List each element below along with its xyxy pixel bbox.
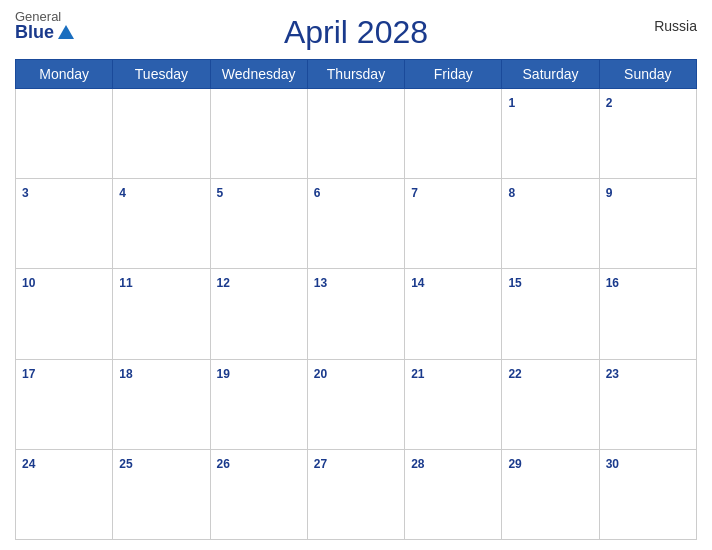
calendar-day-cell: 23 — [599, 359, 696, 449]
calendar-day-cell: 14 — [405, 269, 502, 359]
calendar-day-cell: 9 — [599, 179, 696, 269]
calendar-day-cell: 6 — [307, 179, 404, 269]
day-number: 13 — [314, 276, 327, 290]
calendar-day-cell: 10 — [16, 269, 113, 359]
day-number: 21 — [411, 367, 424, 381]
logo-triangle-icon — [58, 25, 74, 39]
calendar-day-cell — [16, 89, 113, 179]
day-number: 15 — [508, 276, 521, 290]
day-number: 5 — [217, 186, 224, 200]
calendar-day-cell: 27 — [307, 449, 404, 539]
day-number: 25 — [119, 457, 132, 471]
calendar-day-cell — [307, 89, 404, 179]
day-number: 28 — [411, 457, 424, 471]
calendar-day-cell: 15 — [502, 269, 599, 359]
day-number: 27 — [314, 457, 327, 471]
day-number: 4 — [119, 186, 126, 200]
day-number: 16 — [606, 276, 619, 290]
calendar-day-cell: 1 — [502, 89, 599, 179]
day-number: 26 — [217, 457, 230, 471]
logo-blue: Blue — [15, 23, 74, 41]
day-number: 22 — [508, 367, 521, 381]
calendar-header: General Blue April 2028 Russia — [15, 10, 697, 51]
calendar-week-row: 24252627282930 — [16, 449, 697, 539]
weekday-header: Tuesday — [113, 60, 210, 89]
day-number: 10 — [22, 276, 35, 290]
calendar-day-cell: 8 — [502, 179, 599, 269]
calendar-day-cell: 20 — [307, 359, 404, 449]
page-title: April 2028 — [284, 14, 428, 51]
calendar-day-cell: 7 — [405, 179, 502, 269]
calendar-day-cell: 17 — [16, 359, 113, 449]
day-number: 7 — [411, 186, 418, 200]
calendar-day-cell: 18 — [113, 359, 210, 449]
day-number: 14 — [411, 276, 424, 290]
calendar-day-cell: 5 — [210, 179, 307, 269]
day-number: 2 — [606, 96, 613, 110]
weekday-header: Wednesday — [210, 60, 307, 89]
calendar-table: MondayTuesdayWednesdayThursdayFridaySatu… — [15, 59, 697, 540]
weekday-header: Friday — [405, 60, 502, 89]
calendar-week-row: 12 — [16, 89, 697, 179]
calendar-day-cell: 29 — [502, 449, 599, 539]
calendar-day-cell: 26 — [210, 449, 307, 539]
weekday-header-row: MondayTuesdayWednesdayThursdayFridaySatu… — [16, 60, 697, 89]
logo: General Blue — [15, 10, 74, 41]
day-number: 6 — [314, 186, 321, 200]
day-number: 3 — [22, 186, 29, 200]
day-number: 8 — [508, 186, 515, 200]
weekday-header: Monday — [16, 60, 113, 89]
country-label: Russia — [654, 18, 697, 34]
calendar-day-cell: 12 — [210, 269, 307, 359]
calendar-day-cell: 4 — [113, 179, 210, 269]
day-number: 18 — [119, 367, 132, 381]
calendar-day-cell: 2 — [599, 89, 696, 179]
day-number: 29 — [508, 457, 521, 471]
day-number: 9 — [606, 186, 613, 200]
calendar-day-cell: 24 — [16, 449, 113, 539]
day-number: 11 — [119, 276, 132, 290]
calendar-day-cell: 25 — [113, 449, 210, 539]
weekday-header: Sunday — [599, 60, 696, 89]
day-number: 23 — [606, 367, 619, 381]
day-number: 17 — [22, 367, 35, 381]
day-number: 12 — [217, 276, 230, 290]
calendar-day-cell: 30 — [599, 449, 696, 539]
calendar-day-cell: 21 — [405, 359, 502, 449]
weekday-header: Saturday — [502, 60, 599, 89]
calendar-day-cell: 13 — [307, 269, 404, 359]
calendar-week-row: 10111213141516 — [16, 269, 697, 359]
day-number: 20 — [314, 367, 327, 381]
calendar-day-cell — [113, 89, 210, 179]
calendar-day-cell: 16 — [599, 269, 696, 359]
day-number: 19 — [217, 367, 230, 381]
calendar-week-row: 17181920212223 — [16, 359, 697, 449]
calendar-week-row: 3456789 — [16, 179, 697, 269]
calendar-day-cell — [405, 89, 502, 179]
calendar-day-cell: 28 — [405, 449, 502, 539]
calendar-day-cell: 11 — [113, 269, 210, 359]
day-number: 1 — [508, 96, 515, 110]
day-number: 30 — [606, 457, 619, 471]
calendar-day-cell: 19 — [210, 359, 307, 449]
day-number: 24 — [22, 457, 35, 471]
calendar-day-cell: 3 — [16, 179, 113, 269]
weekday-header: Thursday — [307, 60, 404, 89]
calendar-day-cell: 22 — [502, 359, 599, 449]
calendar-day-cell — [210, 89, 307, 179]
